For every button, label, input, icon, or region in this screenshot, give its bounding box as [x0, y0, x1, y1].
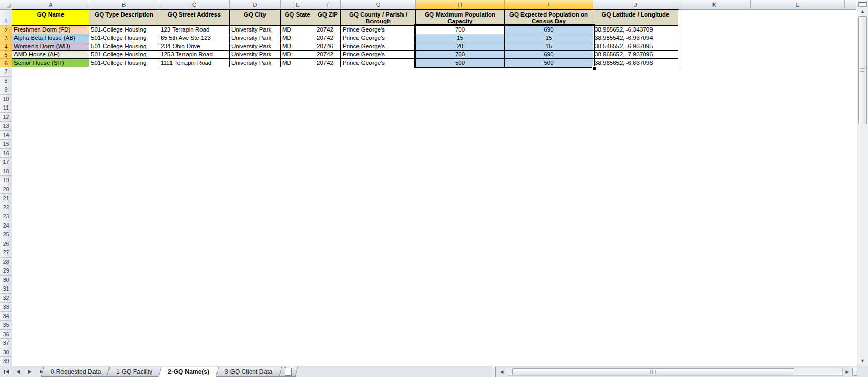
- cell-B2[interactable]: 501-College Housing: [89, 26, 159, 34]
- cell-H4[interactable]: 20: [416, 42, 505, 51]
- row-header-28[interactable]: 28: [0, 258, 12, 267]
- row-header-9[interactable]: 9: [0, 85, 12, 95]
- row-header-29[interactable]: 29: [0, 266, 12, 276]
- cell-C4[interactable]: 234 Ohio Drive: [159, 42, 230, 51]
- cell-H2[interactable]: 700: [416, 26, 505, 34]
- cell-E6[interactable]: MD: [281, 59, 315, 67]
- cell-D5[interactable]: University Park: [230, 51, 281, 59]
- cell-F5[interactable]: 20742: [315, 51, 341, 59]
- sheet-tab-2-gq-name-s[interactable]: 2-GQ Name(s): [159, 367, 219, 377]
- cell-G3[interactable]: Prince George's: [341, 34, 416, 42]
- cell-B4[interactable]: 501-College Housing: [89, 42, 159, 51]
- column-header-B[interactable]: B: [89, 0, 159, 10]
- row-header-15[interactable]: 15: [0, 140, 12, 149]
- cell-C5[interactable]: 1253 Terrapin Road: [159, 51, 230, 59]
- cell-I2[interactable]: 690: [505, 26, 593, 34]
- cell-G4[interactable]: Prince George's: [341, 42, 416, 51]
- cell-E3[interactable]: MD: [281, 34, 315, 42]
- first-sheet-button[interactable]: [3, 368, 10, 375]
- vertical-split-handle[interactable]: [858, 1, 867, 7]
- cell-C6[interactable]: 1111 Terrapin Road: [159, 59, 230, 67]
- cell-D2[interactable]: University Park: [230, 26, 281, 34]
- header-cell-D1[interactable]: GQ City: [230, 10, 281, 26]
- cell-I5[interactable]: 690: [505, 51, 593, 59]
- cell-J6[interactable]: 38.965652, -6.637096: [593, 59, 678, 67]
- header-cell-G1[interactable]: GQ County / Parish / Borough: [341, 10, 416, 26]
- row-header-11[interactable]: 11: [0, 103, 12, 113]
- row-header-1[interactable]: 1: [0, 10, 12, 26]
- column-header-L[interactable]: L: [751, 0, 845, 10]
- cell-D4[interactable]: University Park: [230, 42, 281, 51]
- cell-F6[interactable]: 20742: [315, 59, 341, 67]
- cell-H3[interactable]: 15: [416, 34, 505, 42]
- cell-B6[interactable]: 501-College Housing: [89, 59, 159, 67]
- row-header-17[interactable]: 17: [0, 158, 12, 167]
- column-header-E[interactable]: E: [281, 0, 315, 10]
- row-header-23[interactable]: 23: [0, 212, 12, 221]
- header-cell-B1[interactable]: GQ Type Description: [89, 10, 159, 26]
- cell-H6[interactable]: 500: [416, 59, 505, 67]
- row-header-36[interactable]: 36: [0, 330, 12, 339]
- select-all-button[interactable]: [0, 0, 12, 10]
- scroll-up-button[interactable]: ▲: [857, 7, 868, 16]
- header-cell-C1[interactable]: GQ Street Address: [159, 10, 230, 26]
- cell-G5[interactable]: Prince George's: [341, 51, 416, 59]
- vertical-scroll-thumb[interactable]: [858, 16, 867, 124]
- column-header-partial[interactable]: [845, 0, 856, 10]
- row-header-20[interactable]: 20: [0, 185, 12, 194]
- cell-C2[interactable]: 123 Terrapin Road: [159, 26, 230, 34]
- cell-A5[interactable]: AMD House (AH): [12, 51, 89, 59]
- scroll-right-button[interactable]: ▶: [843, 368, 851, 375]
- cell-I4[interactable]: 15: [505, 42, 593, 51]
- header-cell-E1[interactable]: GQ State: [281, 10, 315, 26]
- row-header-22[interactable]: 22: [0, 203, 12, 213]
- vertical-scrollbar[interactable]: ▲ ▼: [857, 0, 868, 366]
- row-header-16[interactable]: 16: [0, 149, 12, 158]
- row-header-37[interactable]: 37: [0, 339, 12, 348]
- cell-B3[interactable]: 501-College Housing: [89, 34, 159, 42]
- cell-A6[interactable]: Senior House (SH): [12, 59, 89, 67]
- column-header-K[interactable]: K: [678, 0, 751, 10]
- cell-G2[interactable]: Prince George's: [341, 26, 416, 34]
- row-header-31[interactable]: 31: [0, 284, 12, 294]
- scrollbar-resize-handle[interactable]: [853, 368, 857, 376]
- horizontal-scrollbar[interactable]: [507, 368, 843, 376]
- cell-E2[interactable]: MD: [281, 26, 315, 34]
- cell-C3[interactable]: 65 5th Ave Ste 123: [159, 34, 230, 42]
- row-header-27[interactable]: 27: [0, 248, 12, 258]
- cell-A4[interactable]: Women's Dorm (WD): [12, 42, 89, 51]
- column-header-D[interactable]: D: [230, 0, 281, 10]
- row-header-33[interactable]: 33: [0, 303, 12, 312]
- column-header-G[interactable]: G: [341, 0, 416, 10]
- cell-I6[interactable]: 500: [505, 59, 593, 67]
- row-header-4[interactable]: 4: [0, 42, 12, 51]
- cell-G6[interactable]: Prince George's: [341, 59, 416, 67]
- header-cell-F1[interactable]: GQ ZIP: [315, 10, 341, 26]
- row-header-5[interactable]: 5: [0, 51, 12, 59]
- cell-E4[interactable]: MD: [281, 42, 315, 51]
- next-sheet-button[interactable]: [26, 368, 34, 375]
- insert-worksheet-button[interactable]: ✦: [278, 367, 298, 377]
- scroll-down-button[interactable]: ▼: [857, 357, 868, 365]
- cell-J5[interactable]: 38.965652, -7.937096: [593, 51, 678, 59]
- header-cell-J1[interactable]: GQ Latitude / Longitude: [593, 10, 678, 26]
- cell-J4[interactable]: 38.546552, -6.937095: [593, 42, 678, 51]
- row-header-7[interactable]: 7: [0, 67, 12, 77]
- column-header-H[interactable]: H: [416, 0, 505, 10]
- cell-B5[interactable]: 501-College Housing: [89, 51, 159, 59]
- cell-D6[interactable]: University Park: [230, 59, 281, 67]
- row-header-19[interactable]: 19: [0, 176, 12, 185]
- row-header-35[interactable]: 35: [0, 321, 12, 330]
- row-header-34[interactable]: 34: [0, 312, 12, 321]
- row-header-14[interactable]: 14: [0, 131, 12, 140]
- row-header-30[interactable]: 30: [0, 276, 12, 285]
- horizontal-scroll-thumb[interactable]: [512, 368, 794, 375]
- sheet-tab-0-requested-data[interactable]: 0-Requested Data: [41, 367, 111, 377]
- header-cell-I1[interactable]: GQ Expected Population on Census Day: [505, 10, 593, 26]
- header-cell-A1[interactable]: GQ Name: [12, 10, 89, 26]
- row-header-25[interactable]: 25: [0, 230, 12, 239]
- row-header-38[interactable]: 38: [0, 348, 12, 357]
- cell-E5[interactable]: MD: [281, 51, 315, 59]
- row-header-24[interactable]: 24: [0, 221, 12, 231]
- previous-sheet-button[interactable]: [14, 368, 22, 375]
